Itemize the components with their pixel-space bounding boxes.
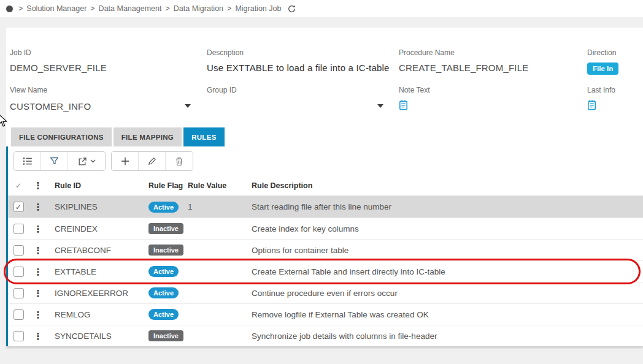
breadcrumb-separator: > — [227, 4, 231, 13]
rule-flag-badge: Active — [148, 202, 179, 213]
tab-rules[interactable]: RULES — [183, 127, 224, 146]
job-id-value: DEMO_SERVER_FILE — [10, 63, 207, 73]
note-text-label: Note Text — [399, 86, 587, 94]
delete-rule-button[interactable] — [166, 152, 193, 170]
view-name-field: View Name CUSTOMER_INFO — [10, 86, 207, 124]
chevron-down-icon — [185, 104, 191, 108]
rules-table-body: ✓ ⋮ SKIPLINES Active 1 Start reading fil… — [8, 196, 643, 346]
view-name-label: View Name — [10, 86, 207, 94]
job-id-label: Job ID — [10, 48, 207, 57]
table-row[interactable]: ⋮ CRETABCONF Inactive Options for contai… — [8, 239, 643, 260]
rule-description-cell: Synchronize job details with columns in … — [247, 332, 643, 341]
export-icon — [78, 157, 87, 166]
direction-label: Direction — [587, 48, 643, 57]
view-name-select[interactable]: CUSTOMER_INFO — [10, 100, 191, 112]
pencil-icon — [148, 157, 156, 165]
procedure-name-value: CREATE_TABLE_FROM_FILE — [399, 63, 587, 73]
last-info-field: Last Info — [587, 86, 643, 124]
header-menu-icon[interactable]: ⋮ — [34, 181, 43, 190]
rule-flag-badge: Active — [148, 266, 179, 277]
rule-flag-badge: Active — [148, 309, 179, 320]
row-checkbox[interactable] — [13, 331, 24, 341]
rule-flag-badge: Active — [148, 287, 179, 298]
list-view-button[interactable] — [14, 152, 41, 170]
header-spacer — [0, 17, 643, 28]
rule-description-cell: Create index for key columns — [247, 224, 643, 233]
row-checkbox[interactable] — [13, 224, 24, 234]
edit-rule-button[interactable] — [139, 152, 166, 170]
breadcrumb-separator: > — [90, 4, 94, 13]
tab-file-configurations[interactable]: FILE CONFIGURATIONS — [11, 127, 112, 146]
add-rule-button[interactable] — [112, 152, 139, 170]
breadcrumb-item-data-migration[interactable]: Data Migration — [174, 4, 223, 13]
export-button[interactable] — [68, 152, 105, 170]
column-header-rule-id[interactable]: Rule ID — [47, 181, 148, 190]
rule-description-cell: Remove logfile if External Table was cre… — [247, 310, 643, 319]
breadcrumb-item-solution-manager[interactable]: Solution Manager — [26, 4, 87, 13]
chevron-down-icon — [90, 159, 96, 163]
rule-description-cell: Start reading file after this line numbe… — [247, 202, 643, 211]
direction-field: Direction File In — [587, 48, 643, 86]
rule-id-cell: EXTTABLE — [47, 267, 148, 276]
app-dot-icon — [6, 6, 13, 12]
list-icon — [23, 157, 33, 165]
breadcrumb-item-data-management[interactable]: Data Management — [99, 4, 162, 13]
row-checkbox[interactable] — [13, 309, 24, 320]
table-row[interactable]: ⋮ SYNCDETAILS Inactive Synchronize job d… — [8, 325, 643, 346]
refresh-icon[interactable] — [287, 4, 296, 13]
row-checkbox[interactable] — [13, 245, 24, 256]
row-menu-icon[interactable]: ⋮ — [34, 224, 43, 233]
group-id-select[interactable] — [207, 100, 383, 112]
job-details-panel: Job ID DEMO_SERVER_FILE Description Use … — [6, 28, 643, 146]
row-menu-icon[interactable]: ⋮ — [34, 246, 43, 255]
column-header-rule-value[interactable]: Rule Value — [184, 181, 247, 190]
rule-flag-badge: Inactive — [148, 245, 183, 256]
breadcrumb-separator: > — [165, 4, 169, 13]
row-menu-icon[interactable]: ⋮ — [34, 332, 43, 341]
job-id-field: Job ID DEMO_SERVER_FILE — [10, 48, 207, 86]
breadcrumb: > Solution Manager > Data Management > D… — [18, 4, 281, 13]
procedure-name-label: Procedure Name — [399, 48, 587, 57]
select-all-check-icon[interactable]: ✓ — [15, 181, 21, 190]
table-row[interactable]: ⋮ IGNOREXEERROR Active Continue procedur… — [8, 282, 643, 303]
description-field: Description Use EXTTABLE to load a file … — [207, 48, 399, 86]
row-checkbox[interactable]: ✓ — [13, 202, 24, 212]
table-row[interactable]: ⋮ REMLOG Active Remove logfile if Extern… — [8, 303, 643, 325]
last-info-icon[interactable] — [587, 100, 596, 110]
column-header-rule-description[interactable]: Rule Description — [247, 181, 643, 190]
row-menu-icon[interactable]: ⋮ — [34, 202, 43, 211]
rule-description-cell: Create External Table and insert directl… — [247, 267, 643, 276]
rule-id-cell: CRETABCONF — [47, 246, 148, 255]
description-value: Use EXTTABLE to load a file into a IC-ta… — [207, 63, 399, 73]
row-menu-icon[interactable]: ⋮ — [34, 310, 43, 319]
table-row[interactable]: ✓ ⋮ SKIPLINES Active 1 Start reading fil… — [8, 196, 643, 218]
column-header-rule-flag[interactable]: Rule Flag — [148, 181, 184, 190]
tab-file-mapping[interactable]: FILE MAPPING — [114, 127, 182, 146]
rule-description-cell: Continue procedure even if errors occur — [247, 289, 643, 298]
note-text-icon[interactable] — [399, 100, 408, 110]
table-row[interactable]: ⋮ CREINDEX Inactive Create index for key… — [8, 218, 643, 239]
tab-strip: FILE CONFIGURATIONS FILE MAPPING RULES — [6, 127, 643, 146]
rules-toolbar — [8, 146, 643, 175]
row-checkbox[interactable] — [13, 267, 24, 277]
plus-icon — [121, 157, 129, 165]
rule-id-cell: SKIPLINES — [47, 202, 148, 211]
chevron-down-icon — [377, 104, 383, 108]
description-label: Description — [207, 48, 399, 57]
filter-icon — [50, 157, 59, 165]
rule-id-cell: REMLOG — [47, 310, 148, 319]
table-row[interactable]: ⋮ EXTTABLE Active Create External Table … — [8, 260, 643, 282]
breadcrumb-item-migration-job[interactable]: Migration Job — [235, 4, 281, 13]
rule-id-cell: IGNOREXEERROR — [47, 289, 148, 298]
breadcrumb-separator: > — [18, 4, 23, 13]
rules-table-header: ✓ ⋮ Rule ID Rule Flag Rule Value Rule De… — [8, 175, 643, 196]
note-text-field: Note Text — [399, 86, 587, 124]
last-info-label: Last Info — [587, 86, 643, 94]
filter-button[interactable] — [41, 152, 68, 170]
row-menu-icon[interactable]: ⋮ — [34, 267, 43, 276]
row-menu-icon[interactable]: ⋮ — [34, 289, 43, 298]
row-checkbox[interactable] — [13, 288, 24, 298]
rule-flag-badge: Inactive — [148, 330, 183, 341]
direction-badge: File In — [587, 63, 618, 75]
procedure-name-field: Procedure Name CREATE_TABLE_FROM_FILE — [399, 48, 587, 86]
